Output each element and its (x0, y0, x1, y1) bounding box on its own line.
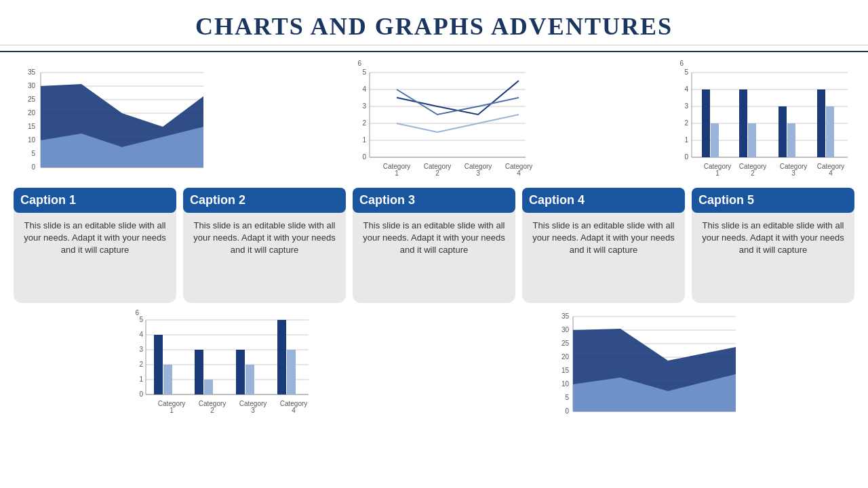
svg-text:10: 10 (28, 136, 36, 144)
svg-text:5: 5 (565, 394, 569, 401)
svg-text:4: 4 (362, 85, 366, 93)
bottom-chart-row: 0 1 2 3 4 5 6 Category 1 Category 2 Cate… (14, 310, 854, 428)
chart-area-2: 0 5 10 15 20 25 30 35 (546, 310, 743, 428)
caption-header-3: Caption 3 (353, 188, 515, 213)
chart-bar-1: 0 1 2 3 4 5 6 Category 1 Category 2 Cate… (671, 59, 854, 181)
caption-header-5: Caption 5 (692, 188, 854, 213)
svg-text:2: 2 (684, 119, 688, 127)
area-chart-svg-2: 0 5 10 15 20 25 30 35 (546, 310, 743, 428)
svg-text:2: 2 (362, 119, 366, 127)
chart-area-1: 0 5 10 15 20 25 30 35 (14, 59, 210, 181)
svg-text:5: 5 (31, 150, 35, 157)
svg-text:3: 3 (362, 102, 366, 110)
caption-body-4: This slide is an editable slide with all… (522, 220, 685, 257)
caption-header-1: Caption 1 (14, 188, 176, 213)
svg-text:0: 0 (565, 407, 569, 415)
svg-text:25: 25 (28, 96, 36, 103)
svg-text:0: 0 (684, 153, 688, 161)
caption-label-4: Caption 4 (529, 193, 585, 207)
header-divider (0, 45, 868, 45)
svg-text:1: 1 (170, 407, 174, 414)
svg-text:1: 1 (684, 136, 688, 144)
svg-rect-72 (817, 89, 825, 157)
svg-text:35: 35 (561, 312, 570, 320)
svg-text:3: 3 (476, 169, 480, 177)
caption-label-5: Caption 5 (698, 193, 754, 207)
svg-rect-104 (287, 350, 296, 394)
svg-text:3: 3 (791, 169, 795, 177)
svg-text:4: 4 (829, 169, 833, 177)
svg-text:3: 3 (251, 407, 255, 414)
svg-text:5: 5 (684, 68, 688, 76)
page: CHARTS AND GRAPHS ADVENTURES (0, 0, 868, 488)
svg-rect-98 (163, 365, 172, 394)
svg-text:15: 15 (561, 367, 570, 374)
caption-label-2: Caption 2 (190, 193, 245, 207)
svg-rect-99 (195, 350, 203, 394)
caption-body-5: This slide is an editable slide with all… (692, 220, 854, 257)
caption-body-2: This slide is an editable slide with all… (183, 220, 346, 257)
svg-text:6: 6 (679, 60, 684, 67)
svg-rect-101 (236, 350, 245, 394)
svg-rect-71 (787, 123, 795, 157)
main-content: 0 5 10 15 20 25 30 35 (0, 52, 868, 435)
svg-text:0: 0 (362, 153, 366, 161)
caption-card-5: Caption 5 This slide is an editable slid… (692, 188, 854, 303)
svg-rect-68 (739, 89, 747, 157)
area-chart-svg-1: 0 5 10 15 20 25 30 35 (14, 59, 210, 181)
svg-text:15: 15 (28, 123, 36, 130)
svg-rect-102 (245, 365, 254, 394)
svg-text:2: 2 (210, 407, 214, 414)
svg-text:20: 20 (28, 109, 36, 117)
svg-text:30: 30 (28, 82, 36, 89)
caption-card-4: Caption 4 This slide is an editable slid… (522, 188, 685, 303)
caption-row: Caption 1 This slide is an editable slid… (14, 188, 854, 303)
svg-rect-70 (778, 106, 787, 157)
svg-rect-103 (277, 320, 286, 394)
caption-card-2: Caption 2 This slide is an editable slid… (183, 188, 346, 303)
caption-body-1: This slide is an editable slide with all… (14, 220, 176, 257)
svg-text:3: 3 (684, 102, 688, 110)
caption-label-3: Caption 3 (359, 193, 415, 207)
line-chart-svg-1: 0 1 2 3 4 5 6 Category 1 Category 2 Cate… (349, 59, 532, 181)
svg-text:5: 5 (362, 68, 366, 76)
chart-line-1: 0 1 2 3 4 5 6 Category 1 Category 2 Cate… (349, 59, 532, 181)
chart-bar-2: 0 1 2 3 4 5 6 Category 1 Category 2 Cate… (125, 310, 322, 428)
svg-text:20: 20 (561, 353, 570, 361)
svg-text:2: 2 (435, 169, 439, 177)
svg-text:1: 1 (139, 375, 143, 383)
svg-text:1: 1 (715, 169, 719, 177)
svg-text:0: 0 (139, 390, 143, 398)
svg-rect-69 (748, 123, 756, 157)
svg-text:6: 6 (135, 310, 139, 317)
caption-label-1: Caption 1 (20, 193, 76, 207)
svg-rect-100 (204, 380, 213, 394)
svg-text:4: 4 (139, 331, 143, 338)
caption-header-2: Caption 2 (183, 188, 346, 213)
svg-rect-97 (154, 335, 163, 394)
svg-text:25: 25 (561, 340, 570, 347)
svg-text:6: 6 (357, 60, 361, 67)
caption-header-4: Caption 4 (522, 188, 685, 213)
svg-text:2: 2 (139, 361, 143, 368)
svg-text:4: 4 (292, 407, 296, 414)
svg-text:5: 5 (139, 316, 143, 323)
bar-chart-svg-1: 0 1 2 3 4 5 6 Category 1 Category 2 Cate… (671, 59, 854, 181)
svg-text:3: 3 (139, 346, 143, 353)
caption-body-3: This slide is an editable slide with all… (353, 220, 515, 257)
svg-rect-67 (711, 123, 719, 157)
svg-rect-66 (702, 89, 710, 157)
svg-text:0: 0 (31, 163, 35, 171)
top-chart-row: 0 5 10 15 20 25 30 35 (14, 59, 854, 181)
svg-text:1: 1 (395, 169, 399, 177)
svg-text:4: 4 (684, 85, 688, 93)
svg-text:30: 30 (561, 326, 570, 333)
svg-rect-73 (826, 106, 834, 157)
svg-text:1: 1 (362, 136, 366, 144)
svg-text:35: 35 (28, 68, 36, 76)
svg-text:4: 4 (517, 169, 521, 177)
svg-text:10: 10 (561, 380, 570, 388)
page-header: CHARTS AND GRAPHS ADVENTURES (0, 0, 868, 52)
bar-chart-svg-2: 0 1 2 3 4 5 6 Category 1 Category 2 Cate… (125, 310, 322, 428)
caption-card-3: Caption 3 This slide is an editable slid… (353, 188, 515, 303)
